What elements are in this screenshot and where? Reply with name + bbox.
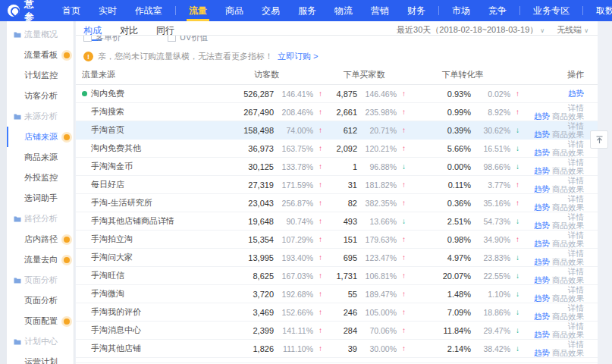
visitors: 8,625167.03%↑	[211, 271, 322, 281]
nav-item-实时[interactable]: 实时	[89, 0, 126, 21]
sidebar-item-选词助手[interactable]: 选词助手	[7, 188, 74, 209]
buyers-change: 235.98%	[357, 108, 397, 117]
buyers-change: 146.46%	[357, 89, 397, 99]
trend-link[interactable]: 趋势	[534, 239, 550, 248]
product-effect-link[interactable]: 商品效果	[552, 221, 584, 230]
trend-link[interactable]: 趋势	[534, 330, 550, 339]
sidebar-item-计划监控[interactable]: 计划监控	[7, 65, 74, 86]
metric-checkbox-UV价值[interactable]: UV价值	[168, 36, 208, 43]
actions-line2: 趋势 商品效果	[519, 221, 584, 230]
actions-cell: 详情趋势 商品效果	[519, 122, 584, 139]
arrow-down-icon: ↓	[510, 144, 519, 152]
back-to-top-button[interactable]	[590, 130, 608, 149]
sidebar-group-计划中心: 计划中心	[7, 331, 74, 352]
product-effect-link[interactable]: 商品效果	[552, 312, 584, 321]
trend-link[interactable]: 趋势	[534, 221, 550, 230]
product-effect-link[interactable]: 商品效果	[552, 348, 584, 357]
buyers-change: 189.47%	[357, 290, 397, 299]
sidebar-item-页面分析[interactable]: 页面分析	[7, 290, 74, 311]
arrow-down-icon: ↓	[510, 290, 519, 298]
visitors: 158,49874.00%↑	[211, 126, 322, 135]
source-name-cell: 手淘消息中心	[82, 325, 211, 336]
conversion-change: 8.92%	[471, 108, 510, 117]
source-name: 手淘微淘	[91, 288, 124, 300]
nav-item-作战室[interactable]: 作战室	[126, 0, 171, 21]
col-conversion: 下单转化率	[406, 69, 519, 80]
device-picker[interactable]: 无线端∨	[557, 24, 588, 36]
nav-item-服务[interactable]: 服务	[289, 0, 325, 21]
product-effect-link[interactable]: 商品效果	[552, 257, 584, 266]
col-buyers: 下单买家数	[322, 69, 406, 80]
visitors-change: 171.59%	[274, 180, 313, 190]
trend-link[interactable]: 趋势	[534, 257, 550, 266]
trend-link[interactable]: 趋势	[534, 184, 550, 193]
trend-link[interactable]: 趋势	[534, 348, 550, 357]
trend-link[interactable]: 趋势	[568, 89, 584, 98]
sidebar-item-店铺来源[interactable]: 店铺来源	[7, 127, 74, 147]
arrow-down-icon: ↓	[397, 217, 406, 225]
subscribe-now-link[interactable]: 立即订购 >	[278, 51, 318, 62]
nav-item-商品[interactable]: 商品	[216, 0, 253, 21]
sidebar-group-流量概况: 流量概况	[7, 24, 74, 45]
trend-link[interactable]: 趋势	[534, 202, 550, 212]
nav-item-物流[interactable]: 物流	[325, 0, 362, 21]
nav-item-财务[interactable]: 财务	[398, 0, 435, 21]
conversion: 0.99%8.92%↑	[406, 108, 519, 117]
nav-item-营销[interactable]: 营销	[362, 0, 398, 21]
visitors: 23,043256.87%↑	[211, 199, 322, 208]
trend-link[interactable]: 趋势	[534, 130, 550, 139]
product-effect-link[interactable]: 商品效果	[552, 148, 584, 157]
nav-item-业务专区[interactable]: 业务专区	[524, 0, 579, 21]
source-name: 手淘拍立淘	[91, 234, 133, 245]
sidebar-item-商品来源[interactable]: 商品来源	[7, 147, 74, 168]
nav-item-取数[interactable]: 取数	[587, 0, 612, 21]
sidebar-item-外投监控[interactable]: 外投监控	[7, 168, 74, 188]
trend-link[interactable]: 趋势	[534, 166, 550, 175]
sidebar-item-店内路径[interactable]: 店内路径	[7, 229, 74, 249]
buyers-change: 96.88%	[357, 162, 397, 171]
product-effect-link[interactable]: 商品效果	[552, 293, 584, 303]
nav-item-流量[interactable]: 流量	[180, 0, 216, 21]
sidebar-item-页面配置[interactable]: 页面配置	[7, 311, 74, 331]
product-effect-link[interactable]: 商品效果	[552, 202, 584, 212]
nav-item-首页[interactable]: 首页	[53, 0, 89, 21]
conversion: 0.39%30.62%↓	[406, 126, 519, 135]
conversion: 1.48%1.10%↓	[406, 290, 519, 299]
sidebar-scroll-strip[interactable]	[0, 21, 7, 364]
sidebar-item-流量看板[interactable]: 流量看板	[7, 45, 74, 65]
actions-line2: 趋势 商品效果	[519, 258, 584, 266]
date-range-picker[interactable]: 最近30天（2018-02-18~2018-03-19）∨	[397, 24, 545, 36]
source-name-cell: 手淘搜索	[82, 106, 211, 118]
product-effect-link[interactable]: 商品效果	[552, 275, 584, 284]
trend-link[interactable]: 趋势	[534, 275, 550, 284]
sidebar-item-流量去向[interactable]: 流量去向	[7, 249, 74, 270]
new-badge-dot	[64, 257, 70, 263]
trend-link[interactable]: 趋势	[534, 111, 550, 121]
nav-item-交易[interactable]: 交易	[253, 0, 289, 21]
product-effect-link[interactable]: 商品效果	[552, 184, 584, 193]
product-effect-link[interactable]: 商品效果	[552, 166, 584, 175]
trend-link[interactable]: 趋势	[534, 148, 550, 157]
main-area: 构成对比同行 最近30天（2018-02-18~2018-03-19）∨ 无线端…	[74, 21, 612, 364]
product-effect-link[interactable]: 商品效果	[552, 330, 584, 339]
nav-item-市场[interactable]: 市场	[443, 0, 479, 21]
trend-link[interactable]: 趋势	[534, 293, 550, 303]
sidebar-item-访客分析[interactable]: 访客分析	[7, 86, 74, 106]
sidebar-item-运营计划[interactable]: 运营计划	[7, 352, 74, 364]
buyers-change: 179.63%	[357, 235, 397, 244]
metric-checkbox-客单价[interactable]: 客单价	[83, 36, 121, 43]
arrow-up-to-bar-icon	[595, 135, 604, 145]
nav-separator	[438, 6, 439, 15]
folder-icon	[14, 112, 21, 121]
nav-item-竞争[interactable]: 竞争	[479, 0, 516, 21]
actions-cell: 详情趋势 商品效果	[519, 322, 584, 339]
arrow-up-icon: ↑	[397, 308, 406, 316]
arrow-up-icon: ↑	[313, 89, 322, 98]
trend-link[interactable]: 趋势	[534, 312, 550, 321]
conversion-change: 35.16%	[471, 199, 510, 208]
product-effect-link[interactable]: 商品效果	[552, 111, 584, 121]
visitors-change: 192.68%	[274, 290, 313, 299]
product-effect-link[interactable]: 商品效果	[552, 239, 584, 248]
conversion-change: 22.55%	[471, 271, 510, 281]
product-effect-link[interactable]: 商品效果	[552, 130, 584, 139]
